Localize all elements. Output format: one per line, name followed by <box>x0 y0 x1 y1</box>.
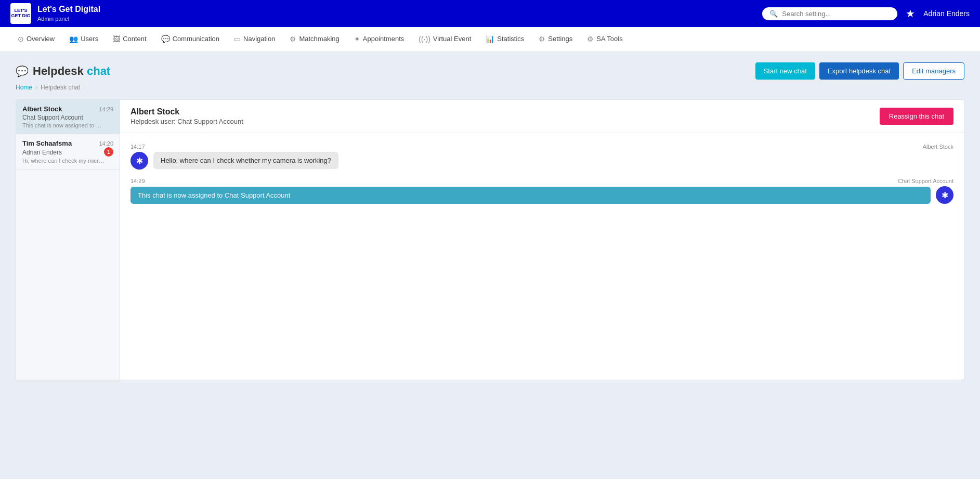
breadcrumb-home[interactable]: Home <box>16 84 32 91</box>
appointments-icon: ✦ <box>354 35 360 43</box>
content-icon: 🖼 <box>113 35 120 43</box>
chat-item-header: Tim Schaafsma 14:20 <box>22 139 113 147</box>
nav-item-content[interactable]: 🖼 Content <box>106 27 154 52</box>
search-icon: 🔍 <box>769 10 778 18</box>
search-input[interactable] <box>782 10 890 18</box>
message-block: 14:29 Chat Support Account This chat is … <box>130 178 953 204</box>
nav-item-statistics[interactable]: 📊 Statistics <box>478 27 531 52</box>
brand-name: Let's Get Digital <box>37 5 100 14</box>
unread-badge: 1 <box>104 147 113 157</box>
message-bubble: This chat is now assigned to Chat Suppor… <box>130 187 931 204</box>
topbar-right: 🔍 ★ Adrian Enders <box>762 7 970 20</box>
avatar: ✱ <box>936 186 953 204</box>
page-title: Helpdesk chat <box>33 64 110 78</box>
chat-user-sub: Helpdesk user: Chat Support Account <box>130 118 243 125</box>
msg-row-right: This chat is now assigned to Chat Suppor… <box>130 186 953 204</box>
msg-row-left: ✱ Hello, where can I check whether my ca… <box>130 152 953 170</box>
nav-item-navigation[interactable]: ▭ Navigation <box>227 27 282 52</box>
user-name: Adrian Enders <box>923 9 970 18</box>
communication-icon: 💬 <box>161 35 170 43</box>
nav-item-communication[interactable]: 💬 Communication <box>154 27 227 52</box>
matchmaking-icon: ⚙ <box>290 35 296 43</box>
msg-meta: 14:29 Chat Support Account <box>130 178 953 184</box>
nav-item-virtual-event[interactable]: ((·)) Virtual Event <box>411 27 478 52</box>
chat-list: Albert Stock 14:29 Chat Support Account … <box>16 100 120 380</box>
settings-icon: ⚙ <box>539 35 545 43</box>
breadcrumb: Home › Helpdesk chat <box>16 84 964 91</box>
main-content: 💬 Helpdesk chat Start new chat Export he… <box>0 52 980 391</box>
page-header: 💬 Helpdesk chat Start new chat Export he… <box>16 62 964 80</box>
search-bar[interactable]: 🔍 <box>762 7 897 20</box>
avatar: ✱ <box>130 152 148 170</box>
chat-user-name: Albert Stock <box>130 107 243 116</box>
export-helpdesk-button[interactable]: Export helpdesk chat <box>819 62 899 80</box>
nav-item-appointments[interactable]: ✦ Appointments <box>347 27 412 52</box>
nav-item-matchmaking[interactable]: ⚙ Matchmaking <box>282 27 346 52</box>
nav-item-overview[interactable]: ⊙ Overview <box>10 27 62 52</box>
statistics-icon: 📊 <box>486 35 494 43</box>
reassign-chat-button[interactable]: Reassign this chat <box>880 108 953 125</box>
user-menu[interactable]: Adrian Enders <box>923 9 970 18</box>
navigation-icon: ▭ <box>234 35 241 43</box>
topbar: LET'S GET DIG Let's Get Digital Admin pa… <box>0 0 980 27</box>
nav-item-sa-tools[interactable]: ⚙ SA Tools <box>580 27 630 52</box>
breadcrumb-current: Helpdesk chat <box>41 84 80 91</box>
chat-layout: Albert Stock 14:29 Chat Support Account … <box>16 99 964 380</box>
chat-header: Albert Stock Helpdesk user: Chat Support… <box>120 100 964 133</box>
message-bubble: Hello, where can I check whether my came… <box>153 152 338 169</box>
chat-user-info: Albert Stock Helpdesk user: Chat Support… <box>130 107 243 125</box>
breadcrumb-separator: › <box>35 84 37 91</box>
edit-managers-button[interactable]: Edit managers <box>903 62 964 80</box>
logo: LET'S GET DIG <box>10 3 31 24</box>
favorites-icon[interactable]: ★ <box>906 7 915 20</box>
page-title-area: 💬 Helpdesk chat <box>16 64 110 78</box>
chat-item-header: Albert Stock 14:29 <box>22 105 113 113</box>
start-new-chat-button[interactable]: Start new chat <box>755 62 815 80</box>
page-actions: Start new chat Export helpdesk chat Edit… <box>755 62 964 80</box>
overview-icon: ⊙ <box>18 35 24 43</box>
brand-subtitle: Admin panel <box>37 16 69 22</box>
message-block: 14:17 Albert Stock ✱ Hello, where can I … <box>130 144 953 170</box>
chat-main-area: Albert Stock Helpdesk user: Chat Support… <box>120 100 964 380</box>
secondary-nav: ⊙ Overview 👥 Users 🖼 Content 💬 Communica… <box>0 27 980 52</box>
sa-tools-icon: ⚙ <box>587 35 594 43</box>
virtual-event-icon: ((·)) <box>419 35 430 43</box>
nav-item-users[interactable]: 👥 Users <box>62 27 106 52</box>
chat-messages: 14:17 Albert Stock ✱ Hello, where can I … <box>120 133 964 380</box>
msg-meta: 14:17 Albert Stock <box>130 144 953 150</box>
brand-area: LET'S GET DIG Let's Get Digital Admin pa… <box>10 3 100 24</box>
helpdesk-icon: 💬 <box>16 65 29 77</box>
nav-item-settings[interactable]: ⚙ Settings <box>531 27 580 52</box>
users-icon: 👥 <box>69 35 78 43</box>
chat-list-item[interactable]: Tim Schaafsma 14:20 Adrian Enders 1 Hi, … <box>16 134 120 170</box>
chat-item-row2: Adrian Enders 1 <box>22 147 113 157</box>
brand-text: Let's Get Digital Admin panel <box>37 5 100 22</box>
chat-list-item[interactable]: Albert Stock 14:29 Chat Support Account … <box>16 100 120 134</box>
